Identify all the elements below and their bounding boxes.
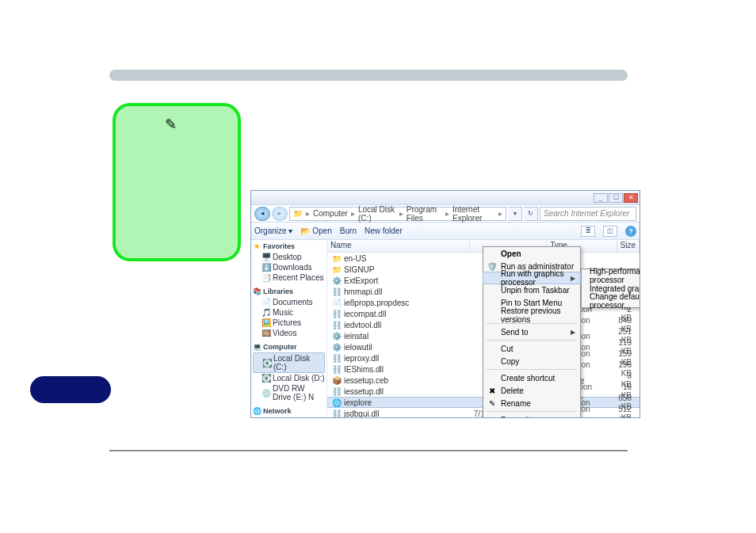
- menu-item-label: Send to: [501, 328, 528, 337]
- help-button[interactable]: ?: [625, 226, 636, 237]
- nav-item-label: Videos: [273, 329, 296, 337]
- nav-item[interactable]: 🖥️Desktop: [253, 252, 325, 262]
- refresh-button[interactable]: ↻: [524, 207, 538, 221]
- nav-item[interactable]: ⬇️Downloads: [253, 262, 325, 272]
- open-icon: 📂: [300, 227, 310, 235]
- menu-item[interactable]: Create shortcut: [483, 371, 580, 384]
- file-list-area: Name Type Size 📁en-US📁SIGNUP⚙️ExtExport⛓…: [327, 240, 640, 417]
- file-icon: 🌐: [332, 398, 342, 407]
- menu-item-label: Delete: [501, 386, 524, 395]
- menu-item[interactable]: Properties: [483, 413, 580, 417]
- menu-separator: [487, 411, 577, 412]
- menu-item[interactable]: ✎Rename: [483, 397, 580, 409]
- divider: [109, 450, 628, 451]
- file-name: hmmapi.dll: [344, 287, 382, 296]
- submenu-item-label: High-performance NVIDIA processor: [590, 267, 640, 284]
- maximize-button[interactable]: ☐: [609, 193, 623, 203]
- forward-button[interactable]: ►: [272, 207, 288, 221]
- menu-item[interactable]: Unpin from Taskbar: [483, 284, 580, 296]
- computer-header[interactable]: 💻 Computer: [253, 343, 325, 351]
- nav-item-icon: ⬇️: [262, 263, 270, 272]
- minimize-button[interactable]: _: [594, 193, 608, 203]
- libraries-header[interactable]: 📚 Libraries: [253, 287, 325, 295]
- menu-item[interactable]: Copy: [483, 355, 580, 367]
- file-name: iecompat.dll: [344, 310, 386, 318]
- nav-item-label: Recent Places: [273, 273, 323, 282]
- file-name: iexplore: [344, 398, 372, 407]
- nav-item[interactable]: 💽Local Disk (C:): [253, 352, 325, 373]
- col-name[interactable]: Name: [327, 240, 470, 252]
- menu-item[interactable]: Cut: [483, 342, 580, 355]
- file-icon: ⛓️: [332, 409, 342, 418]
- close-button[interactable]: ✕: [624, 193, 638, 203]
- file-name: ExtExport: [344, 276, 378, 285]
- view-button[interactable]: ≣: [581, 226, 595, 237]
- col-size[interactable]: Size: [617, 240, 640, 252]
- organize-button[interactable]: Organize ▾: [254, 227, 292, 235]
- file-name: iessetup.dll: [344, 387, 384, 396]
- nav-item[interactable]: 💽Local Disk (D:): [253, 373, 325, 383]
- file-icon: ⛓️: [332, 310, 342, 318]
- menu-separator: [487, 369, 577, 370]
- navy-pill: [30, 376, 111, 403]
- submenu-item-label: Change default graphics processor...: [590, 292, 640, 310]
- crumb[interactable]: Computer: [313, 209, 348, 218]
- libraries-icon: 📚: [253, 287, 261, 295]
- submenu-item[interactable]: High-performance NVIDIA processor: [582, 269, 640, 282]
- nav-item-label: Desktop: [273, 253, 302, 261]
- menu-item-label: Restore previous versions: [501, 306, 575, 324]
- crumb[interactable]: Local Disk (C:): [358, 205, 396, 223]
- menu-item-label: Properties: [501, 416, 537, 418]
- file-name: SIGNUP: [344, 265, 374, 274]
- file-name: en-US: [344, 254, 366, 263]
- file-icon: ⛓️: [332, 321, 342, 329]
- menu-separator: [487, 340, 577, 341]
- menu-item-label: Pin to Start Menu: [501, 299, 562, 307]
- network-header[interactable]: 🌐 Network: [253, 407, 325, 415]
- menu-item[interactable]: Run with graphics processor▶: [483, 272, 581, 284]
- menu-item-icon: 🛡️: [487, 262, 498, 271]
- submenu-item[interactable]: Change default graphics processor...: [582, 295, 640, 307]
- file-icon: ⛓️: [332, 354, 342, 363]
- computer-icon: 💻: [253, 343, 261, 351]
- nav-item-icon: 📄: [262, 298, 270, 306]
- crumb[interactable]: Program Files: [407, 205, 442, 223]
- nav-item[interactable]: 🎞️Videos: [253, 328, 325, 338]
- nav-item-label: Local Disk (C:): [273, 354, 324, 371]
- new-folder-button[interactable]: New folder: [365, 227, 403, 235]
- file-icon: 📁: [332, 254, 342, 263]
- nav-pane: ★ Favorites 🖥️Desktop⬇️Downloads📑Recent …: [251, 240, 327, 417]
- nav-item[interactable]: 🖼️Pictures: [253, 318, 325, 328]
- nav-item-label: Music: [273, 308, 293, 317]
- go-dropdown[interactable]: ▾: [508, 207, 522, 221]
- file-name: IEShims.dll: [344, 365, 384, 374]
- menu-item[interactable]: Send to▶: [483, 326, 580, 338]
- menu-item[interactable]: Restore previous versions: [483, 309, 580, 322]
- breadcrumb[interactable]: 📁 ▸ Computer ▸ Local Disk (C:) ▸ Program…: [289, 207, 506, 221]
- preview-pane-button[interactable]: ◫: [603, 226, 617, 237]
- submenu-item-label: Integrated graphics (default): [590, 284, 640, 293]
- submenu-arrow-icon: ▶: [571, 329, 575, 336]
- nav-item-label: DVD RW Drive (E:) N: [273, 384, 325, 402]
- folder-icon: 📁: [293, 209, 303, 218]
- nav-item[interactable]: 🎵Music: [253, 307, 325, 318]
- file-name: iedvtool.dll: [344, 321, 381, 329]
- back-button[interactable]: ◄: [254, 207, 270, 221]
- file-icon: ⛓️: [332, 387, 342, 396]
- burn-button[interactable]: Burn: [340, 227, 357, 235]
- nav-item[interactable]: 📄Documents: [253, 297, 325, 307]
- nav-item[interactable]: 💿DVD RW Drive (E:) N: [253, 383, 325, 402]
- crumb[interactable]: Internet Explorer: [452, 205, 495, 223]
- file-icon: ⚙️: [332, 343, 342, 352]
- menu-item[interactable]: Open: [483, 247, 580, 260]
- note-box: ✎: [113, 103, 241, 261]
- search-input[interactable]: Search Internet Explorer: [540, 207, 636, 221]
- nav-item[interactable]: 📑Recent Places: [253, 272, 325, 283]
- favorites-header[interactable]: ★ Favorites: [253, 242, 325, 250]
- context-menu: Open🛡️Run as administratorRun with graph…: [483, 246, 581, 417]
- menu-item[interactable]: ✖Delete: [483, 384, 580, 397]
- open-button[interactable]: 📂Open: [300, 227, 331, 235]
- submenu-arrow-icon: ▶: [571, 275, 575, 282]
- nav-item-label: Downloads: [273, 263, 311, 272]
- file-name: ielowutil: [344, 343, 372, 352]
